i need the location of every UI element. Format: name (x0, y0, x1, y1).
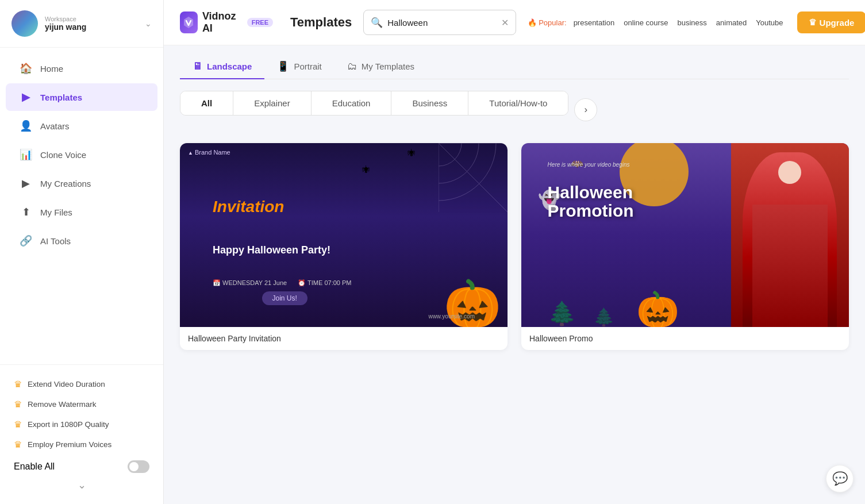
extend-video-label: Extend Video Duration (28, 380, 105, 388)
here-is-label: Here is where your video begins (548, 161, 630, 168)
avatar (11, 10, 38, 37)
chevron-down-icon: ⌄ (145, 19, 152, 28)
popular-tags: 🔥 Popular: presentation online course bu… (528, 17, 785, 28)
templates-icon: ▶ (20, 91, 32, 103)
logo-icon (180, 11, 198, 33)
tree-right: 🌲 (593, 307, 614, 327)
header: Vidnoz AI FREE Templates 🔍 ✕ 🔥 Popular: … (164, 0, 865, 45)
tree-left: 🌲 (548, 300, 576, 327)
crown-icon: ♛ (14, 379, 22, 390)
my-templates-icon: 🗂 (347, 61, 357, 72)
sidebar-nav: 🏠 Home ▶ Templates 👤 Avatars 📊 Clone Voi… (0, 48, 163, 364)
template-name: Halloween Promo (521, 327, 849, 350)
sidebar-item-clone-voice[interactable]: 📊 Clone Voice (6, 141, 157, 168)
template-thumbnail: 🦇 🦇 👻 (521, 143, 849, 328)
sidebar-item-label: Clone Voice (40, 150, 86, 160)
category-next-button[interactable]: › (574, 98, 597, 121)
tag-animated[interactable]: animated (714, 17, 749, 28)
brand-label: ▲ Brand Name (188, 149, 230, 156)
extend-video-item[interactable]: ♛ Extend Video Duration (11, 374, 152, 394)
export-1080p-item[interactable]: ♛ Export in 1080P Quality (11, 414, 152, 434)
sidebar-item-label: Home (40, 64, 63, 74)
view-tabs: 🖥 Landscape 📱 Portrait 🗂 My Templates (180, 45, 849, 79)
sidebar-item-templates[interactable]: ▶ Templates (6, 83, 157, 111)
avatars-icon: 👤 (20, 120, 32, 132)
search-input[interactable] (387, 18, 497, 28)
logo: Vidnoz AI FREE (180, 10, 273, 34)
spider-web-decoration (439, 143, 508, 212)
tag-online-course[interactable]: online course (621, 17, 670, 28)
spider-icon: 🕷 (407, 148, 416, 157)
sidebar-item-avatars[interactable]: 👤 Avatars (6, 112, 157, 140)
category-tutorial[interactable]: Tutorial/How-to (468, 91, 568, 115)
category-filters: All Explainer Education Business Tutoria… (180, 91, 568, 116)
crown-icon: ♛ (14, 399, 22, 410)
premium-voices-label: Employ Premium Voices (28, 440, 112, 449)
enable-all-row: Enable All (11, 455, 152, 475)
svg-line-4 (439, 143, 508, 212)
logo-badge: FREE (247, 18, 273, 27)
sidebar-item-my-creations[interactable]: ▶ My Creations (6, 170, 157, 197)
export-1080p-label: Export in 1080P Quality (28, 420, 109, 429)
halloween-promo-title: HalloweenPromotion (548, 183, 634, 220)
spider2-icon: 🕷 (362, 165, 370, 174)
template-card[interactable]: ▲ Brand Name Invitation Happy Halloween … (180, 143, 508, 351)
user-profile[interactable]: Workspace yijun wang ⌄ (0, 0, 163, 48)
crown-icon: ♛ (14, 439, 22, 450)
template-name: Halloween Party Invitation (180, 327, 508, 350)
site-url: www.yoursite.com (428, 313, 475, 320)
remove-watermark-label: Remove Watermark (28, 400, 97, 409)
my-files-icon: ⬆ (20, 206, 32, 218)
tag-youtube[interactable]: Youtube (753, 17, 785, 28)
main-area: Vidnoz AI FREE Templates 🔍 ✕ 🔥 Popular: … (164, 0, 865, 504)
workspace-label: Workspace (45, 16, 138, 22)
landscape-icon: 🖥 (193, 61, 202, 72)
search-bar: 🔍 ✕ (363, 10, 516, 35)
template-card[interactable]: 🦇 🦇 👻 (521, 143, 849, 351)
category-business[interactable]: Business (391, 91, 468, 115)
enable-all-toggle[interactable] (128, 460, 149, 473)
sidebar: Workspace yijun wang ⌄ 🏠 Home ▶ Template… (0, 0, 164, 504)
page-title: Templates (290, 15, 352, 30)
crown-icon: ♛ (14, 419, 22, 430)
crown-upgrade-icon: ♛ (809, 17, 816, 28)
premium-voices-item[interactable]: ♛ Employ Premium Voices (11, 434, 152, 455)
collapse-button[interactable]: ⌄ (11, 475, 152, 495)
tab-portrait[interactable]: 📱 Portrait (264, 55, 334, 79)
category-education[interactable]: Education (312, 91, 392, 115)
header-actions: ♛ Upgrade + Create Video 🔔 (797, 7, 865, 38)
templates-grid: ▲ Brand Name Invitation Happy Halloween … (180, 143, 849, 351)
chat-button[interactable]: 💬 (826, 465, 854, 493)
logo-text: Vidnoz AI (202, 10, 240, 34)
sidebar-item-label: Templates (40, 93, 82, 102)
pumpkin-image: 🎃 (636, 293, 679, 327)
content-area: 🖥 Landscape 📱 Portrait 🗂 My Templates Al… (164, 45, 865, 504)
event-date: 📅 WEDNESDAY 21 June ⏰ TIME 07:00 PM (213, 279, 351, 287)
clear-icon[interactable]: ✕ (501, 17, 509, 28)
category-explainer[interactable]: Explainer (233, 91, 312, 115)
sidebar-item-label: Avatars (40, 121, 70, 131)
home-icon: 🏠 (20, 62, 32, 75)
sidebar-item-home[interactable]: 🏠 Home (6, 55, 157, 82)
tab-my-templates[interactable]: 🗂 My Templates (335, 55, 427, 79)
upgrade-button[interactable]: ♛ Upgrade (797, 11, 865, 33)
join-us-button: Join Us! (262, 291, 307, 305)
my-creations-icon: ▶ (20, 177, 32, 190)
presenter-panel (731, 143, 849, 328)
invitation-title: Invitation (213, 198, 284, 216)
sidebar-item-ai-tools[interactable]: 🔗 AI Tools (6, 227, 157, 255)
category-filters-row: All Explainer Education Business Tutoria… (180, 91, 849, 129)
username: yijun wang (45, 22, 138, 32)
sidebar-bottom: ♛ Extend Video Duration ♛ Remove Waterma… (0, 364, 163, 504)
sidebar-item-label: AI Tools (40, 236, 71, 246)
remove-watermark-item[interactable]: ♛ Remove Watermark (11, 394, 152, 414)
tab-landscape[interactable]: 🖥 Landscape (180, 55, 264, 79)
tag-business[interactable]: business (675, 17, 709, 28)
tag-presentation[interactable]: presentation (571, 17, 617, 28)
template-thumbnail: ▲ Brand Name Invitation Happy Halloween … (180, 143, 508, 328)
sidebar-item-my-files[interactable]: ⬆ My Files (6, 198, 157, 226)
search-icon: 🔍 (371, 17, 383, 29)
category-all[interactable]: All (180, 91, 233, 115)
enable-all-label: Enable All (14, 461, 55, 472)
clone-voice-icon: 📊 (20, 148, 32, 161)
